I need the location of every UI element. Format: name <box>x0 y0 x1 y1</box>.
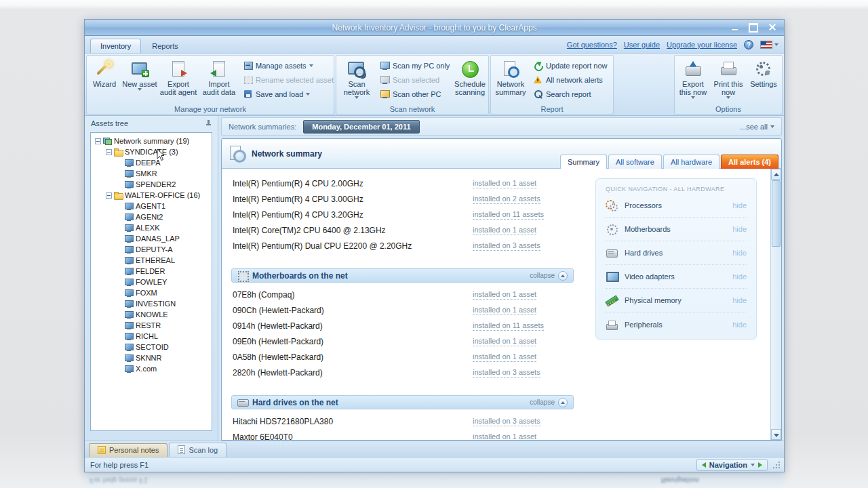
installed-on-link[interactable]: installed on 3 assets <box>473 368 540 378</box>
expand-collapse-icon[interactable] <box>106 149 112 155</box>
update-report-button[interactable]: Update report now <box>530 58 612 73</box>
quick-nav-item[interactable]: Physical memory hide <box>606 289 747 312</box>
tree-item[interactable]: ALEXK <box>92 222 210 233</box>
installed-on-link[interactable]: installed on 3 assets <box>473 241 540 251</box>
see-all-link[interactable]: ...see all <box>740 123 774 131</box>
tab-all-software[interactable]: All software <box>608 155 662 169</box>
export-audit-agent-button[interactable]: Export audit agent <box>159 57 198 103</box>
tree-item[interactable]: AGENt2 <box>92 211 210 222</box>
installed-on-link[interactable]: installed on 1 asset <box>473 290 536 300</box>
tree-item[interactable]: KNOWLE <box>92 309 210 320</box>
print-this-now-button[interactable]: Print this now <box>711 57 745 103</box>
schedule-scanning-button[interactable]: Schedule scanning <box>449 57 491 103</box>
tree-item[interactable]: DANAS_LAP <box>92 233 210 244</box>
rename-asset-button[interactable]: Rename selected asset <box>240 73 339 87</box>
tree-item[interactable]: SKNNR <box>92 352 210 363</box>
vertical-scrollbar[interactable] <box>770 169 781 440</box>
resize-grip[interactable] <box>772 460 781 470</box>
installed-on-link[interactable]: installed on 1 asset <box>473 306 536 315</box>
save-and-load-button[interactable]: Save and load <box>240 87 339 101</box>
settings-button[interactable]: Settings <box>747 57 781 103</box>
scan-other-pc-button[interactable]: Scan other PC <box>377 87 448 101</box>
nav-back-icon[interactable] <box>702 462 706 468</box>
tree-item[interactable]: SPENDER2 <box>92 179 210 190</box>
hide-link[interactable]: hide <box>732 249 747 257</box>
scrollbar-thumb[interactable] <box>772 180 781 247</box>
tree-item[interactable]: FELDER <box>92 266 210 277</box>
installed-on-link[interactable]: installed on 1 asset <box>473 432 536 441</box>
tree-item[interactable]: SMKR <box>92 168 210 179</box>
tree-item[interactable]: RESTR <box>92 320 210 331</box>
tree-item[interactable]: INVESTIGN <box>92 298 210 309</box>
collapse-button[interactable] <box>558 398 568 407</box>
title-bar[interactable]: Network Inventory Advisor - brought to y… <box>85 20 784 36</box>
maximize-button[interactable] <box>747 22 760 33</box>
tree-item[interactable]: Network summary (19) <box>92 136 210 146</box>
tree-item[interactable]: ETHEREAL <box>92 255 210 266</box>
wizard-button[interactable]: Wizard <box>88 57 121 103</box>
installed-on-link[interactable]: installed on 11 assets <box>473 321 544 331</box>
close-button[interactable] <box>766 22 778 33</box>
installed-on-link[interactable]: installed on 1 asset <box>473 337 536 346</box>
link-upgrade-license[interactable]: Upgrade your license <box>667 41 737 49</box>
network-alerts-button[interactable]: All network alerts <box>530 73 612 87</box>
installed-on-link[interactable]: installed on 11 assets <box>473 210 544 220</box>
tree-item[interactable]: FOWLEY <box>92 277 210 287</box>
quick-nav-item[interactable]: Motherboards hide <box>606 218 747 241</box>
tab-all-alerts[interactable]: All alerts (4) <box>721 155 778 169</box>
installed-on-link[interactable]: installed on 1 asset <box>473 179 536 188</box>
hide-link[interactable]: hide <box>732 225 747 233</box>
manage-assets-button[interactable]: Manage assets <box>240 58 339 73</box>
tab-reports[interactable]: Reports <box>142 39 188 53</box>
help-icon[interactable] <box>744 40 753 49</box>
hide-link[interactable]: hide <box>732 321 747 329</box>
scroll-up-button[interactable] <box>771 169 781 180</box>
tree-item[interactable]: X.com <box>92 363 210 374</box>
quick-nav-item[interactable]: Video adapters hide <box>606 265 747 289</box>
import-audit-data-button[interactable]: Import audit data <box>199 57 239 103</box>
expand-collapse-icon[interactable] <box>106 192 112 199</box>
tree-item[interactable]: WALTER-OFFICE (16) <box>92 190 210 201</box>
tree-item[interactable]: AGENT1 <box>92 201 210 211</box>
language-selector[interactable] <box>760 41 778 49</box>
new-asset-button[interactable]: New asset <box>122 57 157 103</box>
link-got-questions[interactable]: Got questions? <box>567 41 617 49</box>
tab-inventory[interactable]: Inventory <box>90 39 141 53</box>
search-report-button[interactable]: Search report <box>530 87 612 101</box>
quick-nav-item[interactable]: Hard drives hide <box>606 241 747 265</box>
quick-nav-item[interactable]: Peripherals hide <box>606 312 747 336</box>
quick-nav-item[interactable]: Processors hide <box>606 194 747 218</box>
scan-selected-button[interactable]: Scan selected <box>377 73 448 87</box>
tree-item[interactable]: FOXM <box>92 287 210 298</box>
tree-item[interactable]: SECTOID <box>92 342 210 352</box>
collapse-button[interactable] <box>558 271 568 281</box>
tab-all-hardware[interactable]: All hardware <box>663 155 719 169</box>
installed-on-link[interactable]: installed on 3 assets <box>473 417 540 426</box>
installed-on-link[interactable]: installed on 1 asset <box>473 226 536 235</box>
scan-my-pc-button[interactable]: Scan my PC only <box>377 58 448 73</box>
navigation-widget[interactable]: Navigation <box>696 459 768 471</box>
installed-on-link[interactable]: installed on 1 asset <box>473 352 536 362</box>
installed-on-link[interactable]: installed on 2 assets <box>473 195 540 204</box>
tree-item[interactable]: DEPUTY-A <box>92 244 210 255</box>
tree-item[interactable]: RICHL <box>92 331 210 342</box>
scroll-down-button[interactable] <box>771 429 781 440</box>
export-this-now-button[interactable]: Export this now <box>676 57 710 103</box>
network-summary-button[interactable]: Network summary <box>492 57 529 103</box>
pin-icon[interactable] <box>205 119 212 127</box>
tab-summary[interactable]: Summary <box>560 155 607 169</box>
tree-item[interactable]: SYNDICATE (3) <box>92 146 210 157</box>
hide-link[interactable]: hide <box>732 201 747 209</box>
scan-network-button[interactable]: Scan network <box>338 57 376 103</box>
expand-collapse-icon[interactable] <box>95 138 101 144</box>
scan-log-tab[interactable]: Scan log <box>169 443 226 457</box>
nav-forward-icon[interactable] <box>758 462 762 468</box>
hide-link[interactable]: hide <box>732 272 747 281</box>
minimize-button[interactable] <box>728 22 741 33</box>
personal-notes-tab[interactable]: Personal notes <box>89 443 167 457</box>
summary-date-button[interactable]: Monday, December 01, 2011 <box>303 120 419 134</box>
button-label: Scan selected <box>393 76 439 84</box>
tree-item[interactable]: DEEPA <box>92 157 210 168</box>
link-user-guide[interactable]: User guide <box>624 41 660 49</box>
hide-link[interactable]: hide <box>732 296 747 304</box>
